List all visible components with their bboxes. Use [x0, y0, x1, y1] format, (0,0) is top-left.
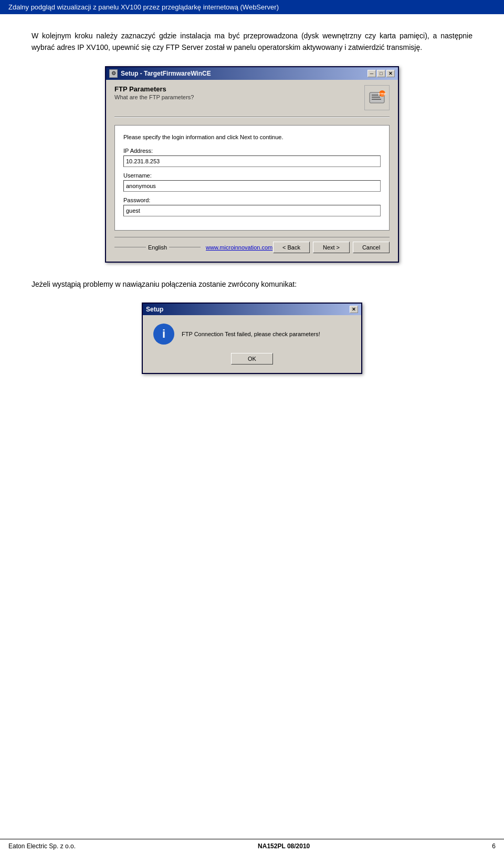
error-ok-button[interactable]: OK [231, 353, 273, 365]
cancel-button[interactable]: Cancel [353, 242, 390, 253]
close-button[interactable]: ✕ [386, 70, 395, 77]
body-paragraph-2: Jeżeli wystąpią problemy w nawiązaniu po… [32, 278, 472, 290]
titlebar-left: ⚙ Setup - TargetFirmwareWinCE [109, 69, 211, 78]
minimize-button[interactable]: ─ [368, 70, 376, 77]
page-header: Zdalny podgląd wizualizacji z panelu XV1… [0, 0, 504, 14]
username-input[interactable] [123, 180, 381, 192]
error-content: i FTP Connection Test failed, please che… [153, 324, 351, 345]
lang-line-left [114, 247, 146, 247]
microinnovation-link[interactable]: www.microinnovation.com [206, 244, 272, 251]
svg-rect-3 [372, 99, 381, 100]
error-titlebar: Setup ✕ [143, 304, 361, 315]
svg-text:FTP: FTP [378, 92, 386, 97]
error-message: FTP Connection Test failed, please check… [182, 331, 320, 337]
password-group: Password: [123, 197, 381, 216]
dialog-body: FTP Parameters What are the FTP paramete… [106, 80, 398, 262]
titlebar-buttons: ─ □ ✕ [368, 70, 395, 77]
footer-page-number: 6 [492, 842, 496, 850]
footer-document-id: NA152PL 08/2010 [258, 842, 310, 850]
ip-address-label: IP Address: [123, 148, 381, 154]
dialog-titlebar: ⚙ Setup - TargetFirmwareWinCE ─ □ ✕ [106, 67, 398, 80]
dialog-content-area: Please specify the login information and… [114, 125, 390, 231]
error-body: i FTP Connection Test failed, please che… [143, 315, 361, 373]
language-label: English [148, 244, 167, 251]
page-footer: Eaton Electric Sp. z o.o. NA152PL 08/201… [0, 839, 504, 853]
dialog-footer: English www.microinnovation.com < Back N… [114, 237, 390, 253]
error-close-button[interactable]: ✕ [350, 306, 358, 313]
footer-company: Eaton Electric Sp. z o.o. [8, 842, 76, 850]
password-input[interactable] [123, 205, 381, 216]
username-group: Username: [123, 172, 381, 192]
ip-address-group: IP Address: [123, 148, 381, 167]
dialog-header-text: FTP Parameters What are the FTP paramete… [114, 85, 359, 100]
error-ok-row: OK [153, 353, 351, 365]
main-content: W kolejnym kroku należy zaznaczyć gdzie … [0, 14, 504, 400]
svg-rect-2 [372, 97, 380, 98]
back-button[interactable]: < Back [273, 242, 310, 253]
error-dialog-title: Setup [146, 306, 163, 313]
header-separator [114, 117, 390, 118]
error-dialog: Setup ✕ i FTP Connection Test failed, pl… [142, 303, 362, 374]
dialog-header-subtitle: What are the FTP parameters? [114, 94, 359, 100]
footer-buttons: < Back Next > Cancel [273, 242, 390, 253]
error-info-icon: i [153, 324, 174, 345]
language-group: English [114, 244, 201, 251]
dialog-header-title: FTP Parameters [114, 85, 359, 93]
setup-icon: ⚙ [109, 69, 118, 78]
ftp-icon: FTP [364, 85, 390, 110]
footer-left: English www.microinnovation.com [114, 244, 272, 251]
setup-dialog: ⚙ Setup - TargetFirmwareWinCE ─ □ ✕ [105, 66, 399, 263]
header-text: Zdalny podgląd wizualizacji z panelu XV1… [8, 3, 279, 11]
username-label: Username: [123, 172, 381, 179]
next-button[interactable]: Next > [313, 242, 350, 253]
lang-line-right [169, 247, 201, 247]
dialog-header-section: FTP Parameters What are the FTP paramete… [114, 85, 390, 110]
maximize-button[interactable]: □ [377, 70, 385, 77]
body-paragraph-1: W kolejnym kroku należy zaznaczyć gdzie … [32, 30, 472, 54]
ip-address-input[interactable] [123, 155, 381, 167]
dialog-instruction: Please specify the login information and… [123, 134, 381, 140]
dialog-title: Setup - TargetFirmwareWinCE [121, 70, 211, 77]
password-label: Password: [123, 197, 381, 203]
